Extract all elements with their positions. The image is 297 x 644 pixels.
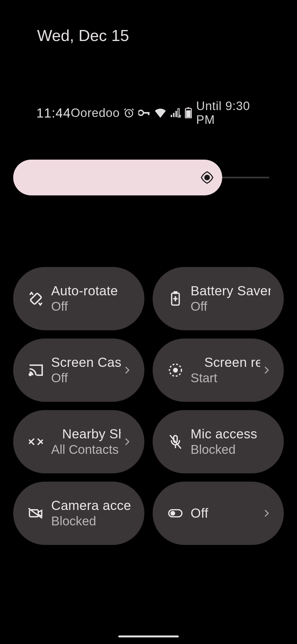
gesture-nav-bar[interactable] [118, 635, 179, 637]
battery-saver-icon [168, 291, 183, 306]
svg-rect-3 [148, 112, 150, 115]
tile-screen-record[interactable]: Screen rec Start [153, 339, 284, 402]
svg-point-15 [173, 368, 178, 372]
tile-title: Nearby Sh [51, 426, 121, 442]
brightness-fill [13, 160, 222, 195]
alarm-icon [123, 107, 134, 118]
tile-title: Mic access [191, 426, 271, 442]
vpn-key-icon [138, 109, 150, 117]
chevron-right-icon [123, 366, 131, 374]
tile-nearby-share[interactable]: Nearby Sh All Contacts [13, 410, 144, 473]
battery-icon [185, 107, 192, 118]
chevron-right-icon [263, 366, 271, 374]
svg-rect-10 [30, 293, 42, 304]
svg-rect-7 [186, 110, 191, 118]
tile-camera-access[interactable]: Camera access Blocked [13, 482, 144, 545]
status-bar: 11:44 Ooredoo Until 9:30 PM [0, 99, 297, 127]
svg-point-9 [205, 175, 210, 180]
auto-rotate-icon [28, 291, 43, 306]
tile-mic-access[interactable]: Mic access Blocked [153, 410, 284, 473]
nearby-share-icon [28, 434, 43, 449]
until-text: Until 9:30 PM [196, 99, 262, 127]
date-text: Wed, Dec 15 [37, 26, 129, 45]
tile-title: Screen rec [191, 355, 260, 370]
status-right: Ooredoo Until 9:30 PM [71, 99, 262, 127]
tile-subtitle: Blocked [51, 514, 131, 529]
svg-rect-17 [29, 510, 38, 517]
tile-screen-cast[interactable]: Screen Cast Off [13, 339, 144, 402]
tile-title: Auto-rotate [51, 283, 131, 299]
carrier-text: Ooredoo [71, 106, 120, 120]
tile-title: Camera access [51, 498, 131, 514]
tile-subtitle: Off [51, 370, 121, 386]
tile-subtitle: Blocked [191, 442, 271, 457]
tile-subtitle: All Contacts [51, 442, 121, 457]
chevron-right-icon [263, 509, 271, 517]
tile-battery-saver[interactable]: Battery Saver Off [153, 267, 284, 330]
tile-auto-rotate[interactable]: Auto-rotate Off [13, 267, 144, 330]
svg-rect-4 [180, 115, 181, 118]
tile-subtitle: Start [191, 370, 260, 386]
wifi-icon [154, 108, 166, 118]
cast-icon [28, 363, 43, 378]
svg-rect-12 [174, 291, 177, 293]
tile-subtitle: Off [51, 299, 131, 314]
brightness-icon [200, 171, 214, 184]
brightness-slider[interactable] [13, 160, 284, 195]
camera-off-icon [28, 506, 43, 521]
svg-point-13 [29, 374, 31, 376]
svg-point-19 [171, 512, 175, 515]
tile-title: Battery Saver [191, 283, 271, 299]
signal-icon [170, 108, 181, 118]
mic-off-icon [168, 434, 183, 449]
tile-title: Screen Cast [51, 355, 121, 370]
qs-tiles-grid: Auto-rotate Off Battery Saver Off Screen… [13, 267, 284, 545]
svg-rect-6 [188, 107, 189, 109]
tile-toggle-off[interactable]: Off [153, 482, 284, 545]
tile-subtitle: Off [191, 299, 271, 314]
tile-title: Off [191, 506, 260, 521]
status-time: 11:44 [36, 105, 71, 121]
chevron-right-icon [123, 438, 131, 446]
svg-point-1 [138, 110, 143, 115]
toggle-off-icon [168, 506, 183, 521]
screen-record-icon [168, 363, 183, 378]
